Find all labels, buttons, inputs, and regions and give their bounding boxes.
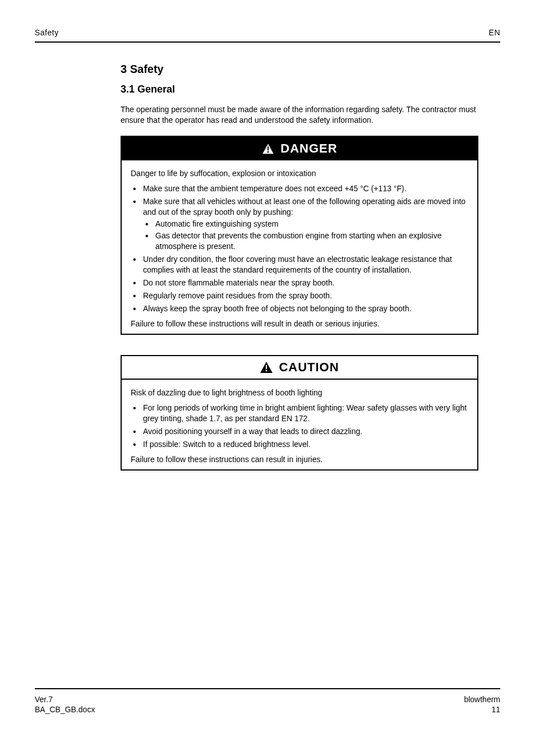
footer-rule (35, 688, 500, 689)
danger-lead: Danger to life by suffocation, explosion… (131, 168, 468, 179)
alert-icon (260, 361, 273, 374)
alert-icon (261, 142, 275, 155)
subsection-title: 3.1 General (121, 84, 479, 95)
caution-box: CAUTION Risk of dazzling due to light br… (121, 355, 478, 471)
svg-point-2 (268, 151, 269, 153)
svg-rect-4 (266, 365, 267, 369)
danger-failure: Failure to follow these instructions wil… (131, 319, 468, 329)
list-item: If possible: Switch to a reduced brightn… (131, 439, 468, 450)
content-column: 3 Safety 3.1 General The operating perso… (121, 63, 479, 491)
list-item: Regularly remove paint residues from the… (131, 291, 468, 301)
list-item: For long periods of working time in brig… (131, 403, 468, 424)
list-item: Make sure that the ambient temperature d… (131, 183, 468, 194)
svg-rect-1 (268, 146, 269, 150)
section-number-title: 3 Safety (121, 63, 479, 76)
running-head-left: Safety (35, 28, 59, 37)
caution-label: CAUTION (279, 360, 339, 375)
list-item: Avoid positioning yourself in a way that… (131, 426, 468, 437)
list-item-text: Make sure that all vehicles without at l… (143, 197, 465, 216)
danger-label: DANGER (280, 141, 337, 156)
running-head-right: EN (489, 28, 500, 37)
svg-point-5 (266, 370, 268, 372)
danger-box: DANGER Danger to life by suffocation, ex… (121, 136, 478, 335)
footer-page-number: 11 (464, 704, 500, 714)
list-item: Automatic fire extinguishing system (143, 219, 468, 229)
danger-body: Danger to life by suffocation, explosion… (122, 160, 477, 334)
danger-header: DANGER (122, 137, 477, 160)
intro-paragraph: The operating personnel must be made awa… (121, 104, 479, 126)
header-rule (35, 42, 500, 43)
footer-filename: BA_CB_GB.docx (35, 704, 95, 714)
footer-left: Ver.7 BA_CB_GB.docx (35, 694, 95, 714)
footer-brand: blowtherm (464, 694, 500, 704)
list-item: Make sure that all vehicles without at l… (131, 196, 468, 252)
footer-right: blowtherm 11 (464, 694, 500, 714)
caution-header: CAUTION (122, 356, 477, 380)
danger-sublist: Automatic fire extinguishing system Gas … (143, 219, 468, 252)
list-item: Under dry condition, the floor covering … (131, 254, 468, 275)
list-item: Gas detector that prevents the combustio… (143, 231, 468, 252)
footer-version: Ver.7 (35, 694, 95, 704)
caution-body: Risk of dazzling due to light brightness… (122, 380, 477, 469)
list-item: Always keep the spray booth free of obje… (131, 303, 468, 314)
list-item: Do not store flammable materials near th… (131, 278, 468, 288)
caution-list: For long periods of working time in brig… (131, 403, 468, 450)
danger-list: Make sure that the ambient temperature d… (131, 183, 468, 314)
caution-lead: Risk of dazzling due to light brightness… (131, 388, 468, 398)
caution-failure: Failure to follow these instructions can… (131, 454, 468, 465)
